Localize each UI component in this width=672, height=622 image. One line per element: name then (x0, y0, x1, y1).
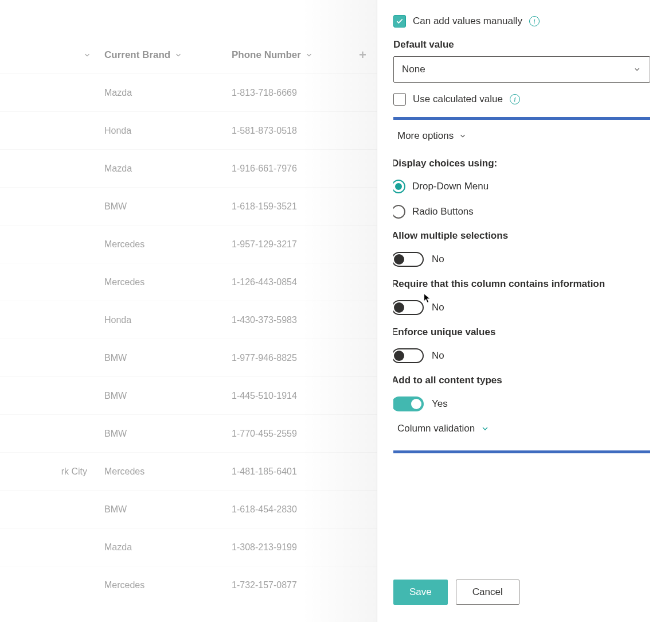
use-calculated-field: Use calculated value i (393, 93, 650, 106)
require-column-field: Require that this column contains inform… (393, 278, 650, 315)
cell-brand: Mercedes (97, 239, 229, 250)
enforce-unique-label: Enforce unique values (393, 326, 650, 338)
cell-phone: 1-581-873-0518 (229, 126, 355, 136)
chevron-down-icon (83, 50, 92, 60)
cell-brand: Mazda (97, 164, 229, 174)
table-row[interactable]: Mazda1-308-213-9199 (0, 528, 377, 566)
can-add-values-checkbox[interactable] (393, 15, 406, 28)
cell-phone: 1-481-185-6401 (229, 466, 355, 477)
add-content-types-value: Yes (432, 398, 448, 410)
cell-brand: BMW (97, 353, 229, 363)
column-validation-toggle[interactable]: Column validation (393, 423, 650, 434)
cell-phone: 1-308-213-9199 (229, 542, 355, 553)
add-content-types-field: Add to all content types Yes (393, 375, 650, 411)
table-row[interactable]: rk CityMercedes1-481-185-6401 (0, 452, 377, 490)
info-icon[interactable]: i (529, 16, 540, 26)
cell-phone: 1-813-718-6669 (229, 88, 355, 98)
list-view-table: Current Brand Phone Number + Mazda1-813-… (0, 0, 377, 622)
table-row[interactable]: BMW1-445-510-1914 (0, 376, 377, 414)
can-add-values-field: Can add values manually i (393, 15, 650, 28)
column-header-phone[interactable]: Phone Number (229, 49, 355, 61)
display-option-radio[interactable]: Radio Buttons (393, 205, 650, 219)
column-settings-panel: Can add values manually i Default value … (377, 0, 672, 622)
cell-brand: Mazda (97, 542, 229, 553)
more-options-toggle[interactable]: More options (393, 130, 650, 142)
table-row[interactable]: Honda1-430-373-5983 (0, 301, 377, 339)
cell-brand: BMW (97, 504, 229, 515)
cell-phone: 1-430-373-5983 (229, 315, 355, 325)
enforce-unique-toggle[interactable] (393, 348, 424, 363)
table-row[interactable]: BMW1-618-159-3521 (0, 187, 377, 225)
cell-brand: BMW (97, 391, 229, 401)
cell-brand: BMW (97, 201, 229, 212)
chevron-down-icon (304, 50, 314, 60)
require-toggle[interactable] (393, 300, 424, 315)
cell-phone: 1-618-159-3521 (229, 201, 355, 212)
panel-footer: Save Cancel (393, 576, 650, 622)
cell-brand: Mercedes (97, 466, 229, 477)
column-validation-label: Column validation (397, 423, 475, 434)
cell-phone: 1-126-443-0854 (229, 277, 355, 287)
use-calculated-checkbox[interactable] (393, 93, 406, 106)
require-value: No (432, 302, 444, 313)
chevron-down-icon (480, 424, 490, 433)
cell-phone: 1-618-454-2830 (229, 504, 355, 515)
cell-brand: Mazda (97, 88, 229, 98)
can-add-values-label: Can add values manually (413, 15, 522, 27)
column-header-brand[interactable]: Current Brand (97, 49, 229, 61)
table-header-row: Current Brand Phone Number + (0, 0, 377, 73)
table-row[interactable]: BMW1-770-455-2559 (0, 414, 377, 452)
allow-multiple-field: Allow multiple selections No (393, 230, 650, 267)
more-options-label: More options (397, 130, 454, 142)
allow-multiple-toggle[interactable] (393, 252, 424, 267)
default-value-label: Default value (393, 39, 650, 50)
more-options-section: More options Display choices using: Drop… (393, 117, 650, 453)
cell-brand: BMW (97, 429, 229, 439)
display-option-radio-label: Radio Buttons (412, 206, 474, 217)
cell-brand: Mercedes (97, 580, 229, 590)
display-choices-label: Display choices using: (393, 158, 650, 169)
enforce-unique-field: Enforce unique values No (393, 326, 650, 363)
use-calculated-label: Use calculated value (413, 94, 503, 105)
cell-phone: 1-770-455-2559 (229, 429, 355, 439)
cell-brand: Mercedes (97, 277, 229, 287)
default-value-dropdown[interactable]: None (393, 56, 650, 83)
radio-unselected-icon (393, 205, 405, 219)
column-header-city[interactable] (0, 50, 97, 60)
table-row[interactable]: Mercedes1-957-129-3217 (0, 225, 377, 263)
table-row[interactable]: BMW1-618-454-2830 (0, 490, 377, 528)
require-label: Require that this column contains inform… (393, 278, 650, 290)
table-row[interactable]: Mercedes1-732-157-0877 (0, 566, 377, 604)
add-content-types-label: Add to all content types (393, 375, 650, 386)
table-row[interactable]: Mercedes1-126-443-0854 (0, 263, 377, 301)
cell-phone: 1-957-129-3217 (229, 239, 355, 250)
table-row[interactable]: Mazda1-813-718-6669 (0, 73, 377, 111)
save-button[interactable]: Save (393, 580, 448, 605)
add-column-button[interactable]: + (355, 48, 377, 63)
table-row[interactable]: Honda1-581-873-0518 (0, 111, 377, 149)
panel-scroll-area[interactable]: Can add values manually i Default value … (393, 15, 650, 576)
display-option-dropdown[interactable]: Drop-Down Menu (393, 180, 650, 193)
cell-brand: Honda (97, 315, 229, 325)
table-body: Mazda1-813-718-6669Honda1-581-873-0518Ma… (0, 73, 377, 604)
cell-phone: 1-977-946-8825 (229, 353, 355, 363)
info-icon[interactable]: i (510, 94, 520, 104)
table-row[interactable]: Mazda1-916-661-7976 (0, 149, 377, 187)
column-header-brand-label: Current Brand (104, 49, 170, 61)
enforce-unique-value: No (432, 350, 444, 361)
default-value-selected: None (402, 64, 425, 75)
chevron-down-icon (632, 65, 642, 74)
allow-multiple-label: Allow multiple selections (393, 230, 650, 242)
allow-multiple-value: No (432, 254, 444, 265)
display-option-dropdown-label: Drop-Down Menu (412, 181, 489, 192)
cell-brand: Honda (97, 126, 229, 136)
chevron-down-icon (458, 131, 467, 141)
column-header-phone-label: Phone Number (232, 49, 301, 61)
cell-city: rk City (0, 466, 97, 477)
cancel-button[interactable]: Cancel (456, 580, 519, 605)
cell-phone: 1-916-661-7976 (229, 164, 355, 174)
add-content-types-toggle[interactable] (393, 396, 424, 411)
cell-phone: 1-732-157-0877 (229, 580, 355, 590)
table-row[interactable]: BMW1-977-946-8825 (0, 339, 377, 376)
chevron-down-icon (174, 50, 183, 60)
